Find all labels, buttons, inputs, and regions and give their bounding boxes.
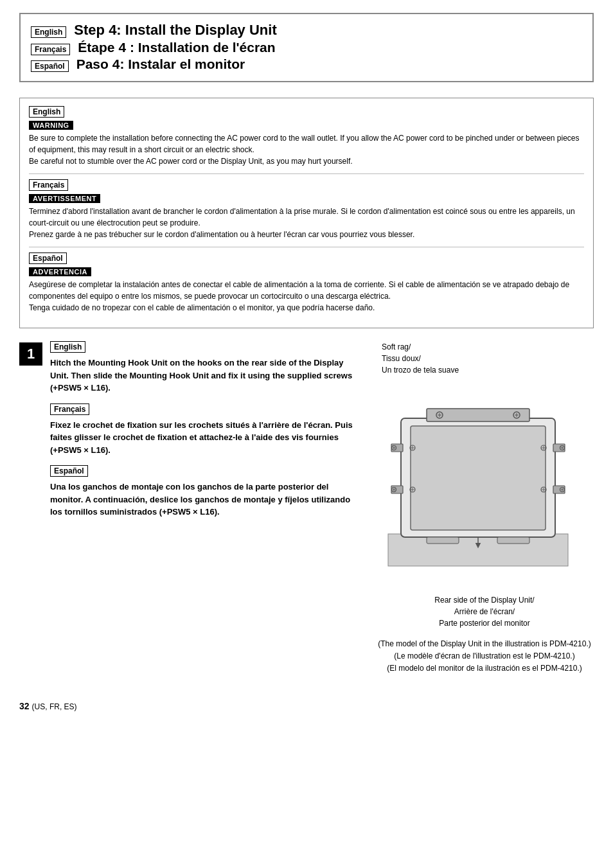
warning-fr-lang-tag: Français (29, 179, 68, 191)
page-footer: 32 (US, FR, ES) (19, 701, 594, 711)
page-langs: (US, FR, ES) (32, 702, 77, 711)
header-line-en: English Step 4: Install the Display Unit (31, 22, 582, 39)
warning-en-block: English WARNING Be sure to complete the … (29, 106, 584, 167)
step1-en-lang-tag: English (50, 341, 85, 353)
step1-section: 1 English Hitch the Mounting Hook Unit o… (19, 341, 594, 675)
step1-fr-lang-tag: Français (50, 403, 89, 415)
warning-es-label: ADVERTENCIA (29, 267, 91, 276)
step1-en-block: English Hitch the Mounting Hook Unit on … (50, 341, 362, 394)
step1-content: English Hitch the Mounting Hook Unit on … (50, 341, 362, 675)
warning-en-lang-tag: English (29, 106, 64, 118)
english-tag: English (31, 26, 66, 38)
warning-es-lang-tag: Español (29, 252, 67, 264)
warning-fr-label: AVERTISSEMENT (29, 194, 100, 203)
svg-rect-2 (411, 426, 546, 530)
espanol-tag: Español (31, 60, 69, 72)
step1-illustration: Soft rag/ Tissu doux/ Un trozo de tela s… (375, 341, 594, 675)
step1-left: 1 English Hitch the Mounting Hook Unit o… (19, 341, 362, 675)
warning-es-text: Asegúrese de completar la instalación an… (29, 279, 584, 314)
page-number: 32 (19, 701, 30, 711)
step1-en-text: Hitch the Mounting Hook Unit on the hook… (50, 357, 362, 394)
header-box: English Step 4: Install the Display Unit… (19, 13, 594, 82)
header-line-es: Español Paso 4: Instalar el monitor (31, 57, 582, 72)
model-note: (The model of the Display Unit in the il… (375, 638, 594, 675)
svg-rect-39 (427, 537, 459, 544)
warning-section: English WARNING Be sure to complete the … (19, 98, 594, 328)
step1-number: 1 (19, 342, 42, 366)
en-step-title: Step 4: Install the Display Unit (74, 22, 276, 39)
step1-fr-block: Français Fixez le crochet de fixation su… (50, 403, 362, 457)
francais-tag: Français (31, 44, 70, 55)
warning-en-label: WARNING (29, 121, 73, 130)
display-unit-diagram (375, 380, 581, 585)
es-step-title: Paso 4: Instalar el monitor (76, 57, 245, 72)
step1-es-lang-tag: Español (50, 465, 88, 477)
warning-es-block: Español ADVERTENCIA Asegúrese de complet… (29, 252, 584, 314)
svg-rect-40 (497, 537, 529, 544)
step1-es-block: Español Una los ganchos de montaje con l… (50, 465, 362, 518)
soft-rag-label: Soft rag/ Tissu doux/ Un trozo de tela s… (382, 341, 459, 376)
step1-es-text: Una los ganchos de montaje con los ganch… (50, 481, 362, 518)
warning-fr-text: Terminez d'abord l'installation avant de… (29, 206, 584, 240)
warning-fr-block: Français AVERTISSEMENT Terminez d'abord … (29, 179, 584, 240)
header-line-fr: Français Étape 4 : Installation de l'écr… (31, 40, 582, 55)
rear-side-label: Rear side of the Display Unit/ Arrière d… (375, 594, 594, 629)
svg-rect-3 (427, 409, 529, 421)
step1-fr-text: Fixez le crochet de fixation sur les cro… (50, 419, 362, 457)
warning-en-text: Be sure to complete the installation bef… (29, 132, 584, 167)
fr-step-title: Étape 4 : Installation de l'écran (78, 40, 275, 55)
